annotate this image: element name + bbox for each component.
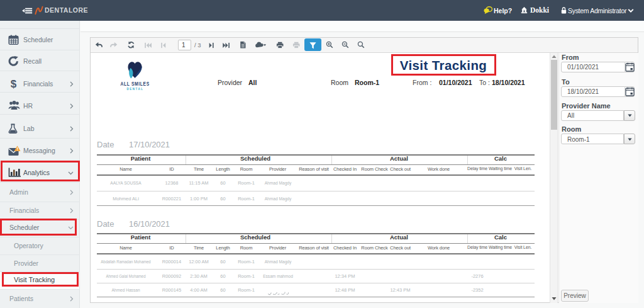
svg-text:$: $ [11,79,17,89]
